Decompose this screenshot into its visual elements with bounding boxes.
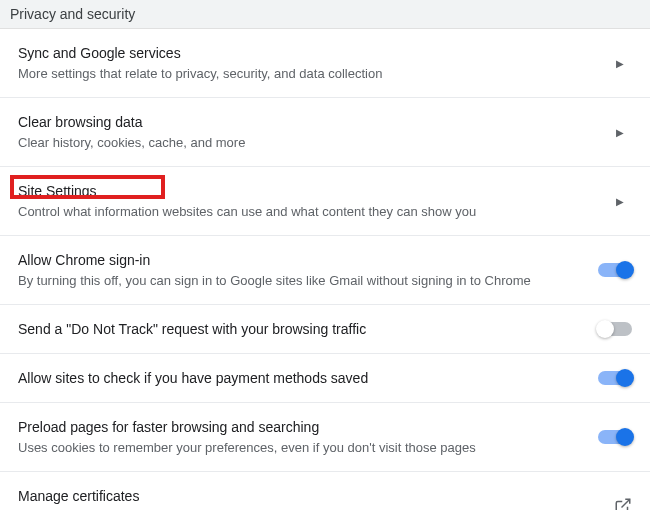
row-title: Preload pages for faster browsing and se…: [18, 417, 586, 437]
toggle-preload-pages[interactable]: [598, 430, 632, 444]
section-header: Privacy and security: [0, 0, 650, 29]
row-desc: Uses cookies to remember your preference…: [18, 439, 586, 457]
chevron-right-icon: ▶: [608, 196, 632, 207]
row-desc: By turning this off, you can sign in to …: [18, 272, 586, 290]
row-preload-pages[interactable]: Preload pages for faster browsing and se…: [0, 403, 650, 472]
row-text: Sync and Google services More settings t…: [18, 43, 608, 83]
row-text: Site Settings Control what information w…: [18, 181, 608, 221]
svg-line-0: [622, 499, 630, 507]
row-title: Manage certificates: [18, 486, 602, 506]
row-desc: More settings that relate to privacy, se…: [18, 65, 596, 83]
row-title: Site Settings: [18, 181, 596, 201]
row-text: Clear browsing data Clear history, cooki…: [18, 112, 608, 152]
toggle-allow-chrome-signin[interactable]: [598, 263, 632, 277]
row-desc: Clear history, cookies, cache, and more: [18, 134, 596, 152]
row-text: Allow Chrome sign-in By turning this off…: [18, 250, 598, 290]
chevron-right-icon: ▶: [608, 127, 632, 138]
row-text: Allow sites to check if you have payment…: [18, 368, 598, 388]
toggle-payment-methods-check[interactable]: [598, 371, 632, 385]
row-sync-google-services[interactable]: Sync and Google services More settings t…: [0, 29, 650, 98]
row-text: Preload pages for faster browsing and se…: [18, 417, 598, 457]
row-payment-methods-check[interactable]: Allow sites to check if you have payment…: [0, 354, 650, 403]
row-text: Send a "Do Not Track" request with your …: [18, 319, 598, 339]
toggle-do-not-track[interactable]: [598, 322, 632, 336]
row-do-not-track[interactable]: Send a "Do Not Track" request with your …: [0, 305, 650, 354]
row-title: Clear browsing data: [18, 112, 596, 132]
row-allow-chrome-signin[interactable]: Allow Chrome sign-in By turning this off…: [0, 236, 650, 305]
chevron-right-icon: ▶: [608, 58, 632, 69]
row-title: Allow Chrome sign-in: [18, 250, 586, 270]
row-title: Sync and Google services: [18, 43, 596, 63]
row-clear-browsing-data[interactable]: Clear browsing data Clear history, cooki…: [0, 98, 650, 167]
external-link-icon: [614, 497, 632, 510]
row-desc: Control what information websites can us…: [18, 203, 596, 221]
section-title: Privacy and security: [10, 6, 135, 22]
settings-list: Sync and Google services More settings t…: [0, 29, 650, 510]
row-text: Manage certificates Manage HTTPS/SSL cer…: [18, 486, 614, 510]
row-title: Send a "Do Not Track" request with your …: [18, 319, 586, 339]
row-site-settings[interactable]: Site Settings Control what information w…: [0, 167, 650, 236]
row-manage-certificates[interactable]: Manage certificates Manage HTTPS/SSL cer…: [0, 472, 650, 510]
row-title: Allow sites to check if you have payment…: [18, 368, 586, 388]
